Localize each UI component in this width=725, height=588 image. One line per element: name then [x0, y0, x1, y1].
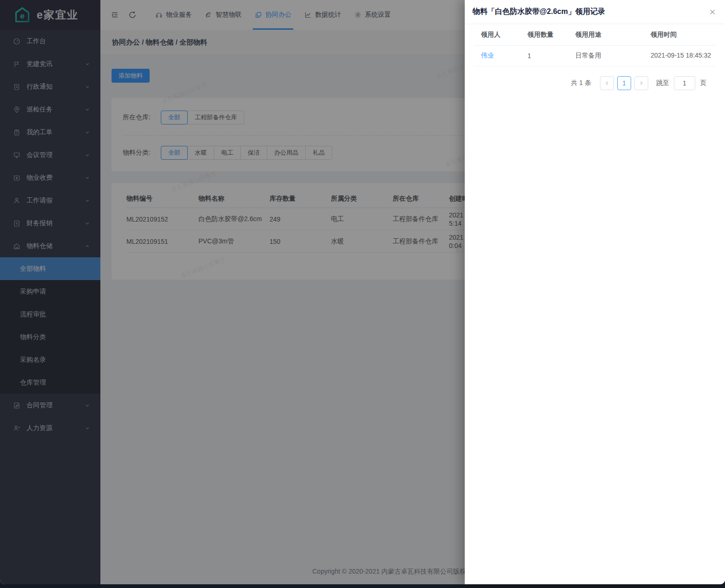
- jump-to-label: 跳至: [656, 79, 669, 87]
- prev-page-button[interactable]: [600, 76, 614, 90]
- usage-purpose: 日常备用: [575, 52, 651, 60]
- drawer-header: 物料「白色防水胶带@2.6cm」领用记录: [465, 0, 725, 24]
- jump-page-input[interactable]: [674, 76, 695, 90]
- usage-table-row: 伟业 1 日常备用 2021-09-15 18:45:32: [474, 46, 716, 66]
- usage-user-link[interactable]: 伟业: [481, 52, 527, 60]
- page-number-button[interactable]: 1: [617, 76, 631, 90]
- pagination-total: 共 1 条: [571, 79, 591, 87]
- pagination: 共 1 条 1 跳至 页: [474, 76, 706, 90]
- next-page-button[interactable]: [634, 76, 648, 90]
- usage-quantity: 1: [527, 52, 575, 59]
- drawer-body: 领用人 领用数量 领用用途 领用时间 伟业 1 日常备用 2021-09-15 …: [465, 24, 725, 90]
- usage-time: 2021-09-15 18:45:32: [651, 51, 720, 60]
- usage-record-drawer: 物料「白色防水胶带@2.6cm」领用记录 领用人 领用数量 领用用途 领用时间 …: [465, 0, 725, 584]
- page-suffix-label: 页: [700, 79, 706, 87]
- usage-table-header: 领用人 领用数量 领用用途 领用时间: [474, 24, 716, 46]
- drawer-title: 物料「白色防水胶带@2.6cm」领用记录: [473, 7, 605, 17]
- close-icon[interactable]: [708, 7, 717, 17]
